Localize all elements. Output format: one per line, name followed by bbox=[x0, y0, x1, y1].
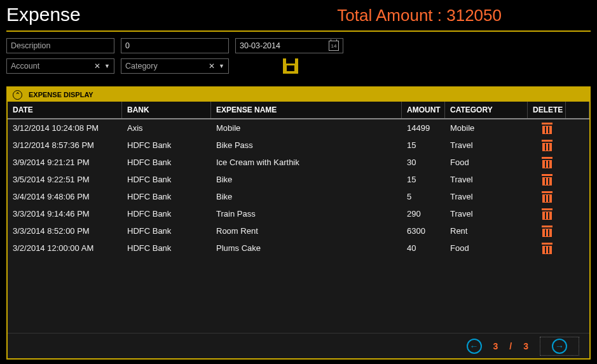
table-row[interactable]: 3/2/2014 12:00:00 AMHDFC BankPlums Cake4… bbox=[8, 239, 589, 257]
save-button[interactable] bbox=[283, 58, 298, 74]
col-date[interactable]: DATE bbox=[8, 102, 122, 118]
cell-name: Bike bbox=[211, 175, 402, 184]
cell-delete bbox=[528, 191, 566, 203]
cell-name: Mobile bbox=[211, 123, 402, 133]
next-page-focus: → bbox=[540, 337, 579, 356]
clear-category-icon[interactable]: ✕ bbox=[209, 62, 215, 71]
cell-bank: Axis bbox=[122, 123, 211, 133]
cell-amount: 5 bbox=[402, 192, 445, 201]
table-row[interactable]: 3/12/2014 10:24:08 PMAxisMobile14499Mobi… bbox=[8, 119, 589, 137]
table-row[interactable]: 3/9/2014 9:21:21 PMHDFC BankIce Cream wi… bbox=[8, 154, 589, 171]
pager-current: 3 bbox=[493, 341, 498, 351]
col-category[interactable]: CATEGORY bbox=[445, 102, 528, 118]
description-input[interactable]: Description bbox=[6, 38, 114, 53]
table-row[interactable]: 3/3/2014 8:52:00 PMHDFC BankRoom Rent630… bbox=[8, 222, 589, 239]
cell-name: Bike bbox=[211, 192, 402, 201]
pager-total: 3 bbox=[523, 341, 528, 351]
delete-icon[interactable] bbox=[542, 191, 552, 203]
pager-sep: / bbox=[509, 341, 512, 351]
next-page-button[interactable]: → bbox=[552, 339, 567, 354]
cell-category: Travel bbox=[445, 192, 528, 201]
cell-date: 3/2/2014 12:00:00 AM bbox=[8, 243, 122, 253]
cell-amount: 15 bbox=[402, 175, 445, 184]
cell-category: Food bbox=[445, 158, 528, 167]
cell-category: Mobile bbox=[445, 123, 528, 133]
total-amount: Total Amount : 312050 bbox=[337, 6, 502, 25]
cell-date: 3/3/2014 8:52:00 PM bbox=[8, 226, 122, 236]
cell-date: 3/3/2014 9:14:46 PM bbox=[8, 209, 122, 219]
cell-name: Plums Cake bbox=[211, 243, 402, 253]
panel-header[interactable]: ⌃ EXPENSE DISPLAY bbox=[8, 88, 589, 102]
cell-delete bbox=[528, 226, 566, 237]
page-title: Expense bbox=[6, 4, 81, 25]
delete-icon[interactable] bbox=[542, 123, 552, 134]
date-value: 30-03-2014 bbox=[240, 41, 280, 50]
cell-category: Travel bbox=[445, 140, 528, 150]
cell-delete bbox=[528, 140, 566, 151]
col-end bbox=[566, 102, 589, 118]
cell-delete bbox=[528, 157, 566, 168]
category-dropdown[interactable]: Category ✕ ▼ bbox=[121, 58, 229, 74]
table-row[interactable]: 3/3/2014 9:14:46 PMHDFC BankTrain Pass29… bbox=[8, 205, 589, 222]
grid-body: 3/12/2014 10:24:08 PMAxisMobile14499Mobi… bbox=[8, 119, 589, 333]
delete-icon[interactable] bbox=[542, 226, 552, 237]
cell-name: Ice Cream with Karthik bbox=[211, 158, 402, 167]
cell-date: 3/9/2014 9:21:21 PM bbox=[8, 158, 122, 167]
cell-amount: 15 bbox=[402, 140, 445, 150]
cell-name: Room Rent bbox=[211, 226, 402, 236]
calendar-icon[interactable]: 14 bbox=[329, 41, 339, 51]
cell-name: Train Pass bbox=[211, 209, 402, 219]
chevron-down-icon[interactable]: ▼ bbox=[104, 63, 110, 69]
delete-icon[interactable] bbox=[542, 174, 552, 185]
filters: Description 0 30-03-2014 14 Account ✕ ▼ … bbox=[6, 32, 591, 83]
cell-bank: HDFC Bank bbox=[122, 158, 211, 167]
cell-name: Bike Pass bbox=[211, 140, 402, 150]
cell-amount: 30 bbox=[402, 158, 445, 167]
cell-amount: 14499 bbox=[402, 123, 445, 133]
col-amount[interactable]: AMOUNT bbox=[402, 102, 445, 118]
account-placeholder: Account bbox=[11, 62, 39, 71]
collapse-icon[interactable]: ⌃ bbox=[13, 90, 22, 100]
cell-amount: 6300 bbox=[402, 226, 445, 236]
cell-date: 3/12/2014 10:24:08 PM bbox=[8, 123, 122, 133]
delete-icon[interactable] bbox=[542, 243, 552, 254]
chevron-down-icon[interactable]: ▼ bbox=[219, 63, 224, 69]
cell-delete bbox=[528, 243, 566, 254]
cell-bank: HDFC Bank bbox=[122, 243, 211, 253]
category-placeholder: Category bbox=[125, 62, 158, 71]
col-delete[interactable]: DELETE bbox=[528, 102, 566, 118]
delete-icon[interactable] bbox=[542, 140, 552, 151]
table-row[interactable]: 3/4/2014 9:48:06 PMHDFC BankBike5Travel bbox=[8, 188, 589, 205]
account-dropdown[interactable]: Account ✕ ▼ bbox=[6, 58, 114, 74]
panel-title: EXPENSE DISPLAY bbox=[29, 91, 93, 98]
cell-category: Travel bbox=[445, 175, 528, 184]
cell-delete bbox=[528, 123, 566, 134]
delete-icon[interactable] bbox=[542, 208, 552, 220]
prev-page-button[interactable]: ← bbox=[467, 339, 482, 354]
table-row[interactable]: 3/5/2014 9:22:51 PMHDFC BankBike15Travel bbox=[8, 171, 589, 188]
date-input[interactable]: 30-03-2014 14 bbox=[235, 38, 343, 53]
expense-grid: DATE BANK EXPENSE NAME AMOUNT CATEGORY D… bbox=[8, 102, 589, 358]
cell-date: 3/4/2014 9:48:06 PM bbox=[8, 192, 122, 201]
cell-amount: 290 bbox=[402, 209, 445, 219]
cell-bank: HDFC Bank bbox=[122, 209, 211, 219]
col-name[interactable]: EXPENSE NAME bbox=[211, 102, 402, 118]
col-bank[interactable]: BANK bbox=[122, 102, 211, 118]
expense-panel: ⌃ EXPENSE DISPLAY DATE BANK EXPENSE NAME… bbox=[6, 86, 591, 360]
cell-delete bbox=[528, 208, 566, 220]
header: Expense Total Amount : 312050 bbox=[6, 1, 591, 32]
amount-input[interactable]: 0 bbox=[121, 38, 229, 53]
table-row[interactable]: 3/12/2014 8:57:36 PMHDFC BankBike Pass15… bbox=[8, 137, 589, 154]
cell-bank: HDFC Bank bbox=[122, 140, 211, 150]
grid-header: DATE BANK EXPENSE NAME AMOUNT CATEGORY D… bbox=[8, 102, 589, 119]
cell-category: Travel bbox=[445, 209, 528, 219]
cell-category: Food bbox=[445, 243, 528, 253]
cell-date: 3/5/2014 9:22:51 PM bbox=[8, 175, 122, 184]
delete-icon[interactable] bbox=[542, 157, 552, 168]
cell-bank: HDFC Bank bbox=[122, 192, 211, 201]
clear-account-icon[interactable]: ✕ bbox=[94, 62, 100, 71]
cell-bank: HDFC Bank bbox=[122, 175, 211, 184]
cell-category: Rent bbox=[445, 226, 528, 236]
pager: ← 3 / 3 → bbox=[8, 333, 589, 358]
cell-bank: HDFC Bank bbox=[122, 226, 211, 236]
